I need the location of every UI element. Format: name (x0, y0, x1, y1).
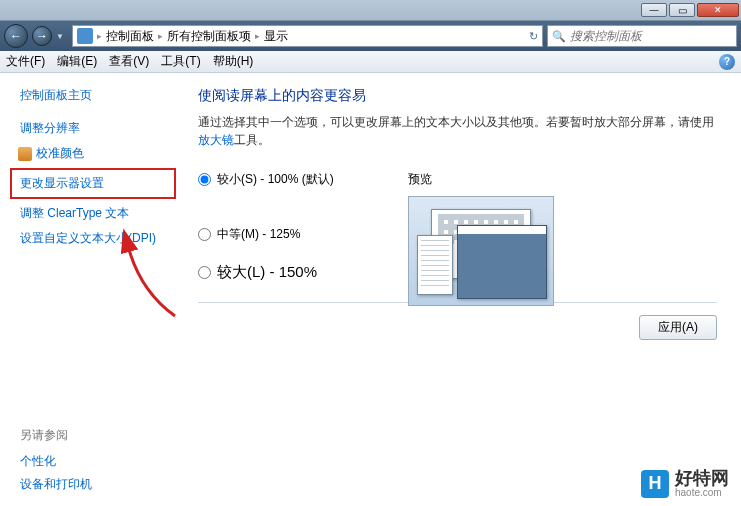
page-description: 通过选择其中一个选项，可以更改屏幕上的文本大小以及其他项。若要暂时放大部分屏幕，… (198, 113, 717, 149)
radio-large-label: 较大(L) - 150% (217, 263, 317, 282)
watermark: H 好特网 haote.com (641, 469, 729, 498)
content-area: 控制面板主页 调整分辨率 校准颜色 更改显示器设置 调整 ClearType 文… (0, 73, 741, 506)
menu-file[interactable]: 文件(F) (6, 53, 45, 70)
titlebar: — ▭ ✕ (0, 0, 741, 21)
window-buttons: — ▭ ✕ (641, 3, 739, 17)
radio-medium-input[interactable] (198, 228, 211, 241)
maximize-button[interactable]: ▭ (669, 3, 695, 17)
sidebar-see-also: 另请参阅 个性化 设备和打印机 (0, 427, 186, 496)
search-box[interactable]: 🔍 (547, 25, 737, 47)
control-panel-icon (77, 28, 93, 44)
desc-text-after: 工具。 (234, 133, 270, 147)
search-icon: 🔍 (552, 30, 566, 43)
breadcrumb-sep: ▸ (158, 31, 163, 41)
radio-medium[interactable]: 中等(M) - 125% (198, 226, 408, 243)
sidebar-cleartype[interactable]: 调整 ClearType 文本 (0, 201, 186, 226)
back-button[interactable]: ← (4, 24, 28, 48)
menu-tools[interactable]: 工具(T) (161, 53, 200, 70)
annotation-highlight: 更改显示器设置 (10, 168, 176, 199)
sidebar-custom-dpi[interactable]: 设置自定义文本大小(DPI) (0, 226, 186, 251)
preview-heading: 预览 (408, 171, 717, 188)
menu-view[interactable]: 查看(V) (109, 53, 149, 70)
breadcrumb-control-panel[interactable]: 控制面板 (106, 28, 154, 45)
history-dropdown-icon[interactable]: ▼ (56, 32, 64, 41)
watermark-logo: H (641, 470, 669, 498)
menu-edit[interactable]: 编辑(E) (57, 53, 97, 70)
sidebar-home[interactable]: 控制面板主页 (0, 83, 186, 108)
see-also-heading: 另请参阅 (20, 427, 166, 444)
sidebar-devices[interactable]: 设备和打印机 (20, 473, 166, 496)
shield-icon (18, 147, 32, 161)
breadcrumb-all-items[interactable]: 所有控制面板项 (167, 28, 251, 45)
address-bar[interactable]: ▸ 控制面板 ▸ 所有控制面板项 ▸ 显示 ↻ (72, 25, 543, 47)
sidebar-display-settings[interactable]: 更改显示器设置 (20, 174, 166, 193)
radio-medium-label: 中等(M) - 125% (217, 226, 300, 243)
help-icon[interactable]: ? (719, 54, 735, 70)
watermark-name: 好特网 (675, 469, 729, 487)
sidebar-personalize[interactable]: 个性化 (20, 450, 166, 473)
menubar: 文件(F) 编辑(E) 查看(V) 工具(T) 帮助(H) ? (0, 51, 741, 73)
page-title: 使阅读屏幕上的内容更容易 (198, 87, 717, 105)
close-button[interactable]: ✕ (697, 3, 739, 17)
apply-button[interactable]: 应用(A) (639, 315, 717, 340)
forward-button[interactable]: → (32, 26, 52, 46)
magnifier-link[interactable]: 放大镜 (198, 133, 234, 147)
breadcrumb-display[interactable]: 显示 (264, 28, 288, 45)
search-input[interactable] (570, 29, 732, 43)
main-panel: 使阅读屏幕上的内容更容易 通过选择其中一个选项，可以更改屏幕上的文本大小以及其他… (186, 73, 741, 506)
radio-small-input[interactable] (198, 173, 211, 186)
menu-help[interactable]: 帮助(H) (213, 53, 254, 70)
radio-small[interactable]: 较小(S) - 100% (默认) (198, 171, 408, 188)
radio-large[interactable]: 较大(L) - 150% (198, 263, 408, 282)
refresh-icon[interactable]: ↻ (529, 30, 538, 43)
desc-text: 通过选择其中一个选项，可以更改屏幕上的文本大小以及其他项。若要暂时放大部分屏幕，… (198, 115, 714, 129)
sidebar-calibrate-color[interactable]: 校准颜色 (36, 141, 104, 166)
sidebar-resolution[interactable]: 调整分辨率 (0, 116, 186, 141)
navbar: ← → ▼ ▸ 控制面板 ▸ 所有控制面板项 ▸ 显示 ↻ 🔍 (0, 21, 741, 51)
minimize-button[interactable]: — (641, 3, 667, 17)
breadcrumb-sep: ▸ (255, 31, 260, 41)
preview-image (408, 196, 554, 306)
watermark-url: haote.com (675, 487, 729, 498)
breadcrumb-sep: ▸ (97, 31, 102, 41)
sidebar: 控制面板主页 调整分辨率 校准颜色 更改显示器设置 调整 ClearType 文… (0, 73, 186, 506)
radio-small-label: 较小(S) - 100% (默认) (217, 171, 334, 188)
radio-large-input[interactable] (198, 266, 211, 279)
